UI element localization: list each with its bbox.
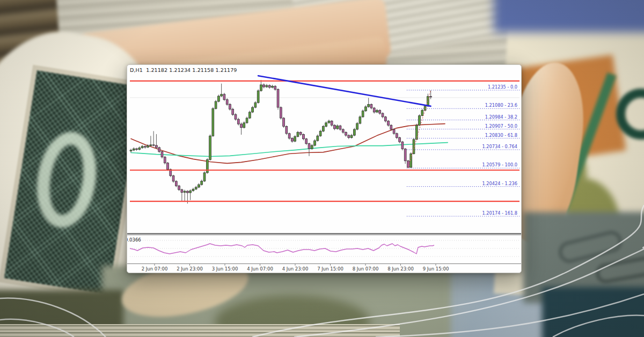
candle-body <box>150 145 152 146</box>
candle-body <box>226 100 228 105</box>
candle-body <box>257 91 259 102</box>
candle-body <box>308 144 310 149</box>
candle-body <box>303 135 305 139</box>
candle-body <box>223 94 225 100</box>
candle-body <box>209 136 211 159</box>
candle-body <box>221 94 223 96</box>
candle-body <box>243 123 245 128</box>
candle-body <box>252 107 254 112</box>
time-axis-label: 8 Jun 23:00 <box>387 266 414 272</box>
time-axis[interactable]: 2 Jun 07:002 Jun 23:003 Jun 15:004 Jun 0… <box>127 265 522 273</box>
candle-body <box>217 96 219 101</box>
candle-body <box>370 105 372 108</box>
candle-body <box>390 125 392 129</box>
candle-body <box>387 121 390 126</box>
candle-body <box>384 117 386 121</box>
trendline <box>258 76 430 106</box>
time-axis-label: 9 Jun 15:00 <box>423 266 449 272</box>
candle-body <box>393 129 395 134</box>
candle-body <box>291 138 293 142</box>
candle-body <box>237 119 239 124</box>
fib-label: 1.20830 - 61.8 <box>485 133 517 138</box>
pane-divider-highlight <box>127 235 522 236</box>
slow-ma <box>131 124 445 164</box>
candle-body <box>365 107 367 111</box>
candle-body <box>353 129 355 135</box>
candle-body <box>141 146 143 148</box>
candle-body <box>212 108 214 136</box>
candle-body <box>161 151 163 157</box>
candle-body <box>260 85 262 91</box>
candle-body <box>359 117 361 123</box>
fast-ma <box>131 143 448 157</box>
candle-body <box>266 85 268 87</box>
candle-body <box>277 89 279 107</box>
candle-body <box>164 157 166 163</box>
time-axis-label: 8 Jun 07:00 <box>353 266 379 272</box>
candle-body <box>206 160 208 173</box>
candle-body <box>152 145 155 145</box>
candle-body <box>348 135 350 137</box>
fib-label: 1.20424 - 1.236 <box>482 181 517 186</box>
candle-body <box>203 173 206 181</box>
candle-body <box>172 175 174 181</box>
candle-body <box>263 85 265 87</box>
fib-label: 1.20984 - 38.2 <box>485 114 517 120</box>
candle-body <box>430 97 432 97</box>
candle-body <box>195 187 197 189</box>
candle-body <box>144 146 146 148</box>
candle-body <box>156 145 158 148</box>
candle-body <box>399 138 401 142</box>
candle-body <box>280 107 282 118</box>
fib-label: 1.20174 - 161.8 <box>482 210 517 216</box>
candle-body <box>136 149 138 149</box>
candle-body <box>215 101 217 108</box>
candle-body <box>373 108 375 112</box>
candle-body <box>314 141 316 145</box>
candle-body <box>339 126 341 129</box>
candle-body <box>246 118 248 123</box>
candle-body <box>376 111 378 112</box>
fib-label: 1.20579 - 100.0 <box>482 162 517 167</box>
candle-body <box>133 149 135 150</box>
candle-body <box>294 136 296 141</box>
candle-body <box>368 105 370 107</box>
candle-body <box>331 121 333 126</box>
candle-body <box>189 191 192 193</box>
fib-label: 1.21080 - 23.6 <box>485 102 517 108</box>
chart-title-ohlc: D,H1 1.21182 1.21234 1.21158 1.21179 <box>130 67 237 73</box>
candle-body <box>379 111 381 114</box>
candle-body <box>187 191 189 193</box>
candle-body <box>328 121 330 123</box>
candle-body <box>319 131 321 136</box>
time-axis-label: 4 Jun 07:00 <box>247 266 273 272</box>
trading-chart-panel[interactable]: 1.21235 - 0.01.21080 - 23.61.20984 - 38.… <box>127 64 522 273</box>
candle-body <box>254 102 257 107</box>
fib-label: 1.20734 - 0.764 <box>482 144 517 149</box>
pane-divider <box>127 233 522 235</box>
time-axis-label: 4 Jun 23:00 <box>282 266 309 272</box>
candle-body <box>181 189 183 192</box>
fib-label: 1.21235 - 0.0 <box>488 84 517 90</box>
candle-body <box>311 145 313 149</box>
candle-body <box>130 150 132 151</box>
candle-body <box>345 133 347 136</box>
candle-body <box>305 139 308 144</box>
candle-body <box>235 114 237 119</box>
candle-body <box>322 127 324 131</box>
candle-body <box>274 86 276 90</box>
candle-body <box>382 113 384 117</box>
candle-body <box>342 129 344 133</box>
candle-body <box>147 145 149 147</box>
candle-body <box>419 116 421 126</box>
candle-body <box>283 118 285 127</box>
candle-body <box>272 86 274 87</box>
candle-body <box>336 126 339 129</box>
candle-body <box>317 136 319 141</box>
candle-body <box>407 161 409 167</box>
price-chart[interactable]: 1.21235 - 0.01.21080 - 23.61.20984 - 38.… <box>127 65 522 273</box>
candle-body <box>286 127 288 134</box>
candle-body <box>356 123 358 129</box>
time-axis-label: 3 Jun 15:00 <box>212 266 238 272</box>
candle-body <box>240 124 243 128</box>
